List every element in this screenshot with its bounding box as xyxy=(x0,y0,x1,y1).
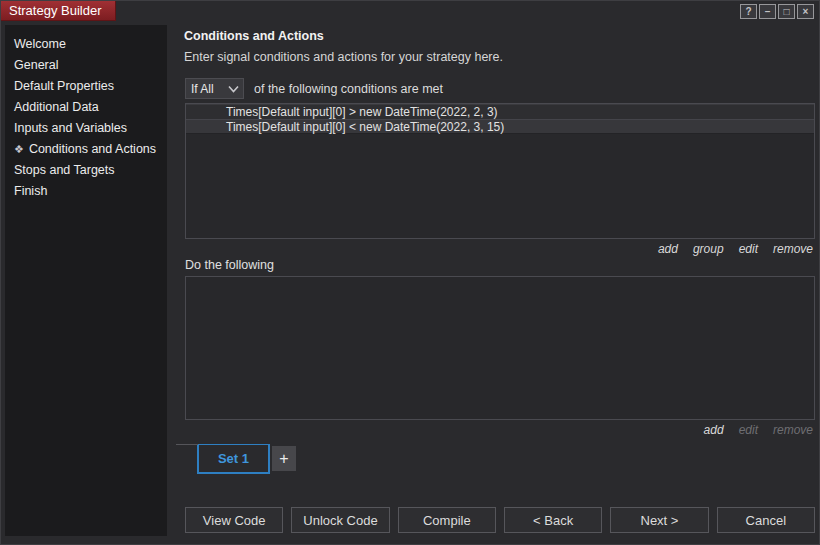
bottom-button-row: View Code Unlock Code Compile < Back Nex… xyxy=(185,507,815,533)
sidebar-item-inputs-and-variables[interactable]: Inputs and Variables xyxy=(5,118,167,139)
window-controls: ? – □ × xyxy=(740,1,819,21)
condition-mode-select[interactable]: If All xyxy=(185,78,244,99)
add-set-button[interactable]: + xyxy=(272,446,296,471)
condition-item[interactable]: Times[Default input][0] > new DateTime(2… xyxy=(186,104,814,119)
condition-mode-value: If All xyxy=(191,82,214,96)
conditions-add-link[interactable]: add xyxy=(658,242,678,256)
minimize-button[interactable]: – xyxy=(759,4,776,19)
cancel-button[interactable]: Cancel xyxy=(717,507,815,533)
sidebar-item-finish[interactable]: Finish xyxy=(5,181,167,202)
actions-edit-link: edit xyxy=(739,423,758,437)
page-subtitle: Enter signal conditions and actions for … xyxy=(184,50,815,64)
current-step-icon: ❖ xyxy=(14,143,24,155)
condition-mode-row: If All of the following conditions are m… xyxy=(185,78,815,99)
window-title: Strategy Builder xyxy=(1,1,116,21)
sidebar-item-default-properties[interactable]: Default Properties xyxy=(5,76,167,97)
actions-links: add edit remove xyxy=(176,423,813,437)
chevron-down-icon xyxy=(228,85,239,93)
actions-add-link[interactable]: add xyxy=(704,423,724,437)
close-button[interactable]: × xyxy=(797,4,814,19)
compile-button[interactable]: Compile xyxy=(398,507,496,533)
sidebar-item-welcome[interactable]: Welcome xyxy=(5,34,167,55)
conditions-group-link[interactable]: group xyxy=(693,242,724,256)
page-title: Conditions and Actions xyxy=(184,29,815,43)
actions-list[interactable] xyxy=(185,276,815,420)
main-panel: Conditions and Actions Enter signal cond… xyxy=(176,25,815,536)
sidebar-item-additional-data[interactable]: Additional Data xyxy=(5,97,167,118)
tab-set-1[interactable]: Set 1 xyxy=(197,444,270,474)
sidebar-item-stops-and-targets[interactable]: Stops and Targets xyxy=(5,160,167,181)
conditions-links: add group edit remove xyxy=(176,242,813,256)
actions-remove-link: remove xyxy=(773,423,813,437)
unlock-code-button[interactable]: Unlock Code xyxy=(291,507,389,533)
title-bar: Strategy Builder ? – □ × xyxy=(1,1,819,21)
view-code-button[interactable]: View Code xyxy=(185,507,283,533)
condition-item[interactable]: Times[Default input][0] < new DateTime(2… xyxy=(186,119,814,134)
wizard-steps-sidebar: Welcome General Default Properties Addit… xyxy=(5,25,167,536)
conditions-edit-link[interactable]: edit xyxy=(739,242,758,256)
sidebar-item-general[interactable]: General xyxy=(5,55,167,76)
window-body: Welcome General Default Properties Addit… xyxy=(5,25,815,536)
tabstrip-divider xyxy=(176,444,198,445)
maximize-button[interactable]: □ xyxy=(778,4,795,19)
help-button[interactable]: ? xyxy=(740,4,757,19)
conditions-list[interactable]: Times[Default input][0] > new DateTime(2… xyxy=(185,103,815,239)
next-button[interactable]: Next > xyxy=(610,507,708,533)
back-button[interactable]: < Back xyxy=(504,507,602,533)
conditions-remove-link[interactable]: remove xyxy=(773,242,813,256)
set-tabstrip: Set 1 + xyxy=(185,444,815,474)
strategy-builder-window: Strategy Builder ? – □ × Welcome General… xyxy=(0,0,820,545)
sidebar-item-conditions-and-actions[interactable]: ❖Conditions and Actions xyxy=(5,139,167,160)
actions-section-label: Do the following xyxy=(185,258,815,272)
condition-mode-suffix: of the following conditions are met xyxy=(254,82,443,96)
